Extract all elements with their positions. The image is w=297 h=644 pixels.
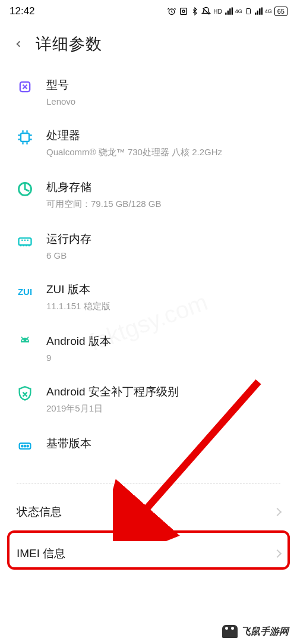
svg-rect-5 bbox=[21, 133, 29, 142]
nav-item-title: IMEI 信息 bbox=[17, 546, 65, 561]
chevron-right-icon bbox=[273, 549, 282, 558]
item-value: 6 GB bbox=[46, 250, 280, 260]
section-divider bbox=[17, 483, 280, 484]
item-zui-version[interactable]: ZUI ZUI 版本 11.1.151 稳定版 bbox=[0, 271, 297, 323]
svg-point-13 bbox=[27, 445, 29, 447]
content-list: 型号 Lenovo 处理器 Qualcomm® 骁龙™ 730处理器 八核 2.… bbox=[0, 67, 297, 574]
nav-status-info[interactable]: 状态信息 bbox=[0, 491, 297, 533]
item-content: 处理器 Qualcomm® 骁龙™ 730处理器 八核 2.2GHz bbox=[46, 128, 280, 158]
processor-icon bbox=[17, 129, 33, 146]
orientation-lock-icon bbox=[179, 7, 188, 16]
svg-rect-3 bbox=[246, 9, 250, 14]
item-title: 运行内存 bbox=[46, 231, 280, 247]
page-header: 详细参数 bbox=[0, 20, 297, 67]
item-model[interactable]: 型号 Lenovo bbox=[0, 67, 297, 117]
item-security-patch[interactable]: Android 安全补丁程序级别 2019年5月1日 bbox=[0, 373, 297, 425]
item-title: Android 安全补丁程序级别 bbox=[46, 384, 280, 400]
item-value: 可用空间：79.15 GB/128 GB bbox=[46, 199, 280, 210]
item-ram[interactable]: 运行内存 6 GB bbox=[0, 221, 297, 271]
item-content: 型号 Lenovo bbox=[46, 77, 280, 106]
item-title: 基带版本 bbox=[46, 436, 280, 451]
hd-label: HD bbox=[213, 8, 222, 15]
item-processor[interactable]: 处理器 Qualcomm® 骁龙™ 730处理器 八核 2.2GHz bbox=[0, 117, 297, 169]
item-content: ZUI 版本 11.1.151 稳定版 bbox=[46, 282, 280, 312]
svg-rect-7 bbox=[19, 238, 31, 245]
footer-logo: 飞鼠手游网 bbox=[222, 625, 289, 638]
svg-point-11 bbox=[21, 445, 23, 447]
dnd-icon bbox=[201, 7, 211, 16]
svg-point-9 bbox=[26, 340, 27, 341]
net2-label: 4G bbox=[265, 8, 272, 14]
nav-item-title: 状态信息 bbox=[17, 504, 62, 520]
item-value: 11.1.151 稳定版 bbox=[46, 301, 280, 312]
bluetooth-icon bbox=[191, 7, 199, 16]
battery-indicator: 65 bbox=[274, 7, 287, 16]
item-value: Lenovo bbox=[46, 96, 280, 106]
zui-icon: ZUI bbox=[17, 283, 33, 300]
svg-rect-1 bbox=[181, 8, 187, 15]
android-icon bbox=[17, 335, 33, 351]
item-content: Android 版本 9 bbox=[46, 334, 280, 363]
shield-icon bbox=[17, 385, 33, 402]
status-time: 12:42 bbox=[10, 5, 35, 17]
item-storage[interactable]: 机身存储 可用空间：79.15 GB/128 GB bbox=[0, 169, 297, 221]
item-content: 运行内存 6 GB bbox=[46, 231, 280, 260]
status-icons: HD 4G 4G 65 bbox=[167, 7, 287, 16]
item-android-version[interactable]: Android 版本 9 bbox=[0, 323, 297, 373]
nav-imei-info[interactable]: IMEI 信息 bbox=[0, 533, 297, 574]
chevron-right-icon bbox=[273, 508, 282, 516]
baseband-icon bbox=[17, 437, 33, 454]
item-content: 基带版本 bbox=[46, 436, 280, 466]
model-icon bbox=[17, 78, 33, 95]
item-baseband[interactable]: 基带版本 bbox=[0, 425, 297, 476]
svg-point-12 bbox=[24, 445, 26, 447]
signal2-icon bbox=[254, 7, 263, 15]
item-content: 机身存储 可用空间：79.15 GB/128 GB bbox=[46, 180, 280, 210]
item-title: Android 版本 bbox=[46, 334, 280, 349]
svg-point-8 bbox=[22, 340, 23, 341]
item-title: 型号 bbox=[46, 77, 280, 93]
item-content: Android 安全补丁程序级别 2019年5月1日 bbox=[46, 384, 280, 414]
item-title: ZUI 版本 bbox=[46, 282, 280, 297]
page-title: 详细参数 bbox=[36, 33, 102, 55]
item-value: Qualcomm® 骁龙™ 730处理器 八核 2.2GHz bbox=[46, 147, 280, 158]
alarm-icon bbox=[167, 7, 176, 16]
storage-icon bbox=[17, 181, 33, 197]
signal1-icon bbox=[225, 7, 233, 15]
sim2-icon bbox=[245, 7, 252, 15]
mouse-logo-icon bbox=[222, 625, 238, 638]
net1-label: 4G bbox=[235, 8, 242, 14]
item-title: 机身存储 bbox=[46, 180, 280, 195]
status-bar: 12:42 HD 4G 4G 65 bbox=[0, 0, 297, 20]
item-title: 处理器 bbox=[46, 128, 280, 143]
item-value: 2019年5月1日 bbox=[46, 403, 280, 414]
item-value bbox=[46, 455, 280, 466]
back-button[interactable] bbox=[13, 39, 24, 49]
svg-point-2 bbox=[182, 10, 185, 12]
item-value: 9 bbox=[46, 353, 280, 363]
ram-icon bbox=[17, 233, 33, 249]
footer-logo-text: 飞鼠手游网 bbox=[241, 626, 289, 638]
